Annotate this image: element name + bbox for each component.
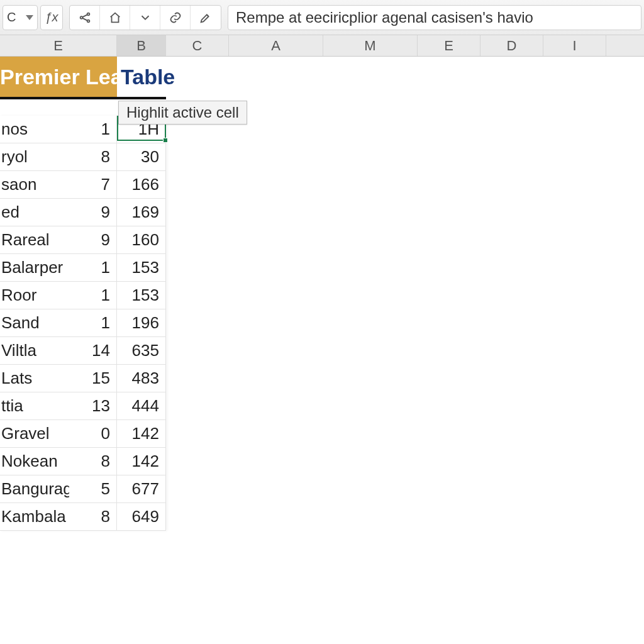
cell-value-b[interactable]: 1 xyxy=(69,116,117,143)
home-icon[interactable] xyxy=(100,6,130,30)
cell-name[interactable]: Banguragel xyxy=(0,475,69,502)
table-row: saon7166 xyxy=(0,171,166,199)
column-header-d-6[interactable]: D xyxy=(480,35,543,56)
table-row: Lats15483 xyxy=(0,365,166,392)
table-row: Sand1196 xyxy=(0,309,166,337)
table-row: Rareal9160 xyxy=(0,226,166,254)
cell-name[interactable]: ryol xyxy=(0,143,69,170)
cell-value-b[interactable]: 8 xyxy=(69,448,117,475)
cell-name[interactable]: nos xyxy=(0,116,69,143)
cell-value-c[interactable]: 483 xyxy=(117,365,166,392)
data-rows: nos11Hryol830saon7166ed9169Rareal9160Bal… xyxy=(0,116,166,531)
cell-value-c[interactable]: 196 xyxy=(117,309,166,336)
name-box-value: C xyxy=(7,10,16,25)
link-icon[interactable] xyxy=(160,6,191,30)
table-row: Kambala8649 xyxy=(0,503,166,531)
cell-value-c[interactable]: 677 xyxy=(117,475,166,502)
svg-point-2 xyxy=(87,19,89,22)
chevron-down-icon[interactable] xyxy=(130,6,160,30)
cell-name[interactable]: Kambala xyxy=(0,503,69,530)
cell-value-b[interactable]: 1 xyxy=(69,282,117,309)
cell-value-c[interactable]: 142 xyxy=(117,448,166,475)
table-row: Roor1153 xyxy=(0,282,166,309)
cell-value-b[interactable]: 8 xyxy=(69,143,117,170)
table-row: Gravel0142 xyxy=(0,420,166,448)
cell-value-b[interactable]: 14 xyxy=(69,337,117,364)
column-headers: EBCAMEDI xyxy=(0,35,644,57)
cell-value-c[interactable]: 169 xyxy=(117,199,166,226)
cell-value-c[interactable]: 649 xyxy=(117,503,166,530)
dropdown-icon[interactable] xyxy=(26,15,33,20)
title-row: Premier League Table xyxy=(0,57,644,99)
cell-value-c[interactable]: 153 xyxy=(117,254,166,281)
eyedropper-icon[interactable] xyxy=(191,6,221,30)
cell-name[interactable]: Viltla xyxy=(0,337,69,364)
cell-value-b[interactable]: 1 xyxy=(69,254,117,281)
cell-name[interactable]: Roor xyxy=(0,282,69,309)
column-header-b-1[interactable]: B xyxy=(117,35,166,56)
table-row: Banguragel5677 xyxy=(0,475,166,503)
cell-value-b[interactable]: 8 xyxy=(69,503,117,530)
cell-name[interactable]: saon xyxy=(0,171,69,198)
cell-name[interactable]: Rareal xyxy=(0,226,69,253)
cell-name[interactable]: Nokean xyxy=(0,448,69,475)
title-premier-league: Premier League xyxy=(0,57,117,99)
cell-value-c[interactable]: 635 xyxy=(117,337,166,364)
table-row: ttia13444 xyxy=(0,392,166,420)
cell-value-b[interactable]: 5 xyxy=(69,475,117,502)
tooltip-highlight-active: Highlit active cell xyxy=(118,101,247,125)
table-row: Viltla14635 xyxy=(0,337,166,365)
cell-name[interactable]: Lats xyxy=(0,365,69,392)
column-header-e-0[interactable]: E xyxy=(0,35,117,56)
table-row: ed9169 xyxy=(0,199,166,226)
cell-value-b[interactable]: 7 xyxy=(69,171,117,198)
cell-name[interactable]: ed xyxy=(0,199,69,226)
cell-name[interactable]: Balarper xyxy=(0,254,69,281)
svg-point-0 xyxy=(80,16,82,19)
cell-name[interactable]: Sand xyxy=(0,309,69,336)
formula-bar[interactable]: Rempe at eeciricplior agenal casisen's h… xyxy=(228,5,641,30)
table-row: Balarper1153 xyxy=(0,254,166,282)
cell-name[interactable]: ttia xyxy=(0,392,69,419)
cell-name[interactable]: Gravel xyxy=(0,420,69,447)
cell-value-c[interactable]: 444 xyxy=(117,392,166,419)
share-icon[interactable] xyxy=(70,6,100,30)
cell-value-c[interactable]: 166 xyxy=(117,171,166,198)
column-header-m-4[interactable]: M xyxy=(323,35,418,56)
sheet-area: Premier League Table ↔ Highlit active ce… xyxy=(0,57,644,531)
name-box[interactable]: C xyxy=(3,5,38,30)
column-header-c-2[interactable]: C xyxy=(166,35,229,56)
column-header-a-3[interactable]: A xyxy=(229,35,323,56)
table-row: Nokean8142 xyxy=(0,448,166,475)
toolbar: C ƒx Rempe at eeciricplior agenal casise… xyxy=(0,0,644,35)
cell-value-b[interactable]: 9 xyxy=(69,226,117,253)
cell-value-c[interactable]: 153 xyxy=(117,282,166,309)
column-header-i-7[interactable]: I xyxy=(543,35,606,56)
svg-point-1 xyxy=(87,13,89,15)
cell-value-b[interactable]: 15 xyxy=(69,365,117,392)
cell-value-b[interactable]: 13 xyxy=(69,392,117,419)
title-table: Table xyxy=(117,57,166,99)
toolbar-button-group xyxy=(69,5,221,30)
table-row: ryol830 xyxy=(0,143,166,171)
fx-button[interactable]: ƒx xyxy=(40,5,63,30)
fx-label: ƒx xyxy=(45,10,58,25)
cell-value-c[interactable]: 160 xyxy=(117,226,166,253)
cell-value-b[interactable]: 9 xyxy=(69,199,117,226)
cell-value-b[interactable]: 1 xyxy=(69,309,117,336)
fill-handle[interactable] xyxy=(163,138,168,143)
cell-value-c[interactable]: 30 xyxy=(117,143,166,170)
cell-value-b[interactable]: 0 xyxy=(69,420,117,447)
column-header-e-5[interactable]: E xyxy=(418,35,480,56)
formula-text: Rempe at eeciricplior agenal casisen's h… xyxy=(236,9,533,26)
cell-value-c[interactable]: 142 xyxy=(117,420,166,447)
